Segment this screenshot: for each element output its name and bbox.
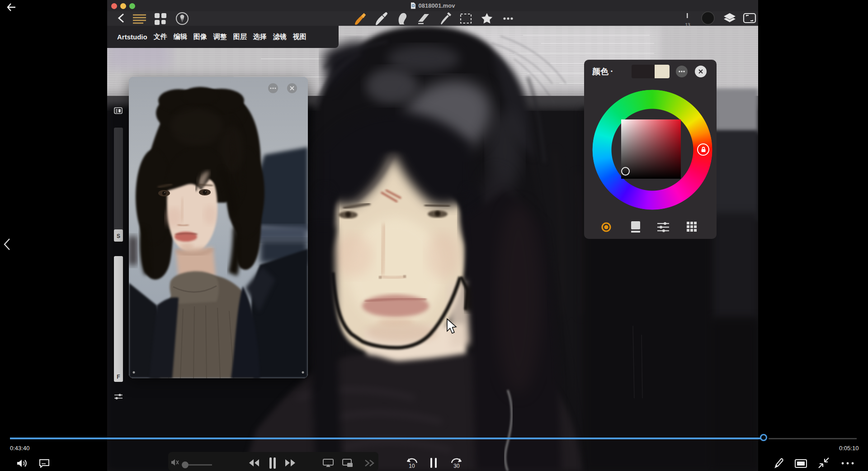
svg-text:13: 13: [685, 23, 690, 26]
svg-text:10: 10: [409, 463, 415, 469]
svg-text:S: S: [117, 233, 120, 239]
svg-text:30: 30: [453, 463, 460, 469]
svg-text:F: F: [117, 374, 120, 380]
